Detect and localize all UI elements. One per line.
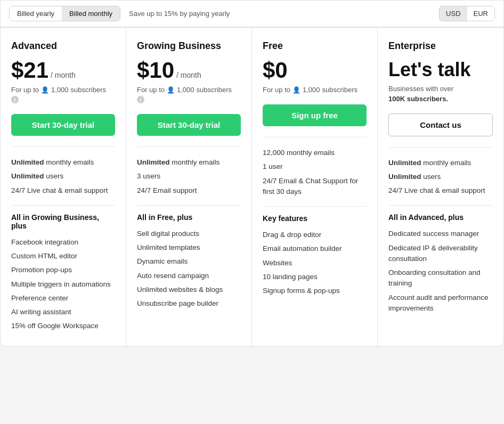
eur-button[interactable]: EUR [467, 6, 494, 21]
feature-enterprise-1: Unlimited users [388, 170, 493, 184]
plan-price-advanced: $21 [11, 59, 48, 81]
person-icon-free: 👤 [292, 86, 300, 94]
subscribers-growing: For up to 👤 1,000 subscribers i [137, 86, 241, 103]
feature-free-plus-4: Signup forms & pop-ups [263, 284, 367, 298]
cta-free[interactable]: Sign up free [263, 104, 367, 126]
plan-free: Free $0 For up to 👤 1,000 subscribers Si… [252, 28, 378, 346]
subscribers-suffix-advanced: subscribers [71, 86, 106, 94]
feature-growing-plus-3: Auto resend campaign [137, 269, 241, 283]
plan-name-advanced: Advanced [11, 40, 115, 52]
subscribers-count-growing: 1,000 [177, 86, 194, 94]
feature-growing-plus-4: Unlimited websites & blogs [137, 283, 241, 297]
feature-free-2: 24/7 Email & Chat Support for first 30 d… [263, 174, 367, 199]
feature-advanced-plus-1: Custom HTML editor [11, 249, 115, 263]
feature-enterprise-plus-1: Dedicated IP & deliverability consultati… [388, 241, 493, 266]
person-icon-advanced: 👤 [41, 86, 49, 94]
plan-price-enterprise: Let's talk [388, 59, 493, 80]
subscribers-text-enterprise: Businesses with over [388, 85, 453, 93]
info-icon-growing[interactable]: i [137, 96, 144, 103]
subscribers-prefix-free: For up to [263, 86, 290, 94]
subscribers-suffix-free: subscribers [322, 86, 357, 94]
plan-name-growing: Growing Business [137, 40, 241, 52]
plan-name-free: Free [263, 40, 367, 52]
billed-yearly-button[interactable]: Billed yearly [10, 6, 62, 21]
feature-growing-plus-1: Unlimited templates [137, 241, 241, 255]
feature-growing-0: Unlimited monthly emails [137, 156, 241, 169]
features-basic-free: 12,000 monthly emails 1 user 24/7 Email … [263, 137, 367, 199]
info-icon-advanced[interactable]: i [11, 96, 19, 103]
save-text: Save up to 15% by paying yearly [129, 10, 230, 18]
feature-enterprise-2: 24/7 Live chat & email support [388, 184, 493, 198]
plan-enterprise: Enterprise Let's talk Businesses with ov… [378, 28, 503, 346]
price-row-growing: $10 / month [137, 59, 241, 81]
feature-enterprise-0: Unlimited monthly emails [388, 156, 493, 170]
feature-enterprise-plus-0: Dedicated success manager [388, 227, 493, 241]
divider-enterprise [388, 205, 493, 206]
subscribers-free: For up to 👤 1,000 subscribers [263, 86, 367, 94]
divider-growing [137, 205, 241, 206]
feature-growing-1: 3 users [137, 169, 241, 183]
cta-growing[interactable]: Start 30-day trial [137, 114, 241, 136]
feature-advanced-plus-5: AI writing assistant [11, 305, 115, 319]
plan-advanced: Advanced $21 / month For up to 👤 1,000 s… [1, 28, 126, 346]
feature-advanced-0: Unlimited monthly emails [11, 156, 115, 169]
feature-free-plus-0: Drag & drop editor [263, 228, 367, 242]
features-basic-enterprise: Unlimited monthly emails Unlimited users… [388, 147, 493, 198]
section-heading-enterprise: All in Advanced, plus [388, 213, 493, 222]
feature-growing-plus-5: Unsubscribe page builder [137, 297, 241, 311]
feature-advanced-plus-2: Promotion pop-ups [11, 263, 115, 277]
feature-free-0: 12,000 monthly emails [263, 146, 367, 160]
plan-name-enterprise: Enterprise [388, 40, 493, 52]
billing-toggle: Billed yearly Billed monthly [9, 6, 120, 21]
plan-price-unit-growing: / month [176, 71, 201, 79]
feature-free-plus-1: Email automation builder [263, 242, 367, 256]
feature-advanced-1: Unlimited users [11, 169, 115, 183]
person-icon-growing: 👤 [167, 86, 175, 94]
subscribers-count-free: 1,000 [303, 86, 320, 94]
section-heading-free: Key features [263, 214, 367, 223]
pricing-page: Billed yearly Billed monthly Save up to … [0, 0, 504, 347]
cta-enterprise[interactable]: Contact us [388, 113, 493, 136]
features-basic-growing: Unlimited monthly emails 3 users 24/7 Em… [137, 146, 241, 198]
subscribers-suffix-growing: subscribers [197, 86, 232, 94]
subscribers-bold-enterprise: 100K subscribers. [388, 95, 448, 103]
subscribers-prefix-growing: For up to [137, 86, 165, 94]
feature-growing-plus-0: Sell digital products [137, 227, 241, 241]
billed-monthly-button[interactable]: Billed monthly [62, 6, 120, 21]
feature-free-1: 1 user [263, 160, 367, 174]
feature-advanced-plus-3: Multiple triggers in automations [11, 278, 115, 291]
section-heading-growing: All in Free, plus [137, 213, 241, 222]
usd-button[interactable]: USD [440, 6, 467, 21]
top-bar: Billed yearly Billed monthly Save up to … [1, 1, 503, 27]
feature-free-plus-3: 10 landing pages [263, 270, 367, 284]
feature-advanced-plus-4: Preference center [11, 291, 115, 305]
feature-free-plus-2: Websites [263, 256, 367, 270]
currency-toggle: USD EUR [439, 6, 495, 21]
plan-price-growing: $10 [137, 59, 174, 81]
subscribers-prefix-advanced: For up to [11, 86, 39, 94]
plan-growing: Growing Business $10 / month For up to 👤… [126, 28, 252, 346]
section-heading-advanced: All in Growing Business, plus [11, 213, 115, 230]
price-row-advanced: $21 / month [11, 59, 115, 81]
feature-enterprise-plus-2: Onboarding consultation and training [388, 266, 493, 291]
plan-price-free: $0 [263, 59, 288, 81]
subscribers-advanced: For up to 👤 1,000 subscribers i [11, 86, 115, 103]
price-row-free: $0 [263, 59, 367, 81]
cta-advanced[interactable]: Start 30-day trial [11, 114, 115, 136]
features-basic-advanced: Unlimited monthly emails Unlimited users… [11, 146, 115, 198]
divider-advanced [11, 205, 115, 206]
plan-price-unit-advanced: / month [51, 71, 76, 79]
feature-enterprise-plus-3: Account audit and performance improvemen… [388, 291, 493, 316]
feature-advanced-plus-0: Facebook integration [11, 235, 115, 249]
subscribers-enterprise: Businesses with over 100K subscribers. [388, 85, 493, 103]
plans-grid: Advanced $21 / month For up to 👤 1,000 s… [1, 27, 503, 346]
subscribers-count-advanced: 1,000 [51, 86, 69, 94]
divider-free [263, 206, 367, 207]
feature-growing-2: 24/7 Email support [137, 184, 241, 198]
feature-growing-plus-2: Dynamic emails [137, 255, 241, 268]
feature-advanced-plus-6: 15% off Google Workspace [11, 319, 115, 333]
feature-advanced-2: 24/7 Live chat & email support [11, 184, 115, 198]
